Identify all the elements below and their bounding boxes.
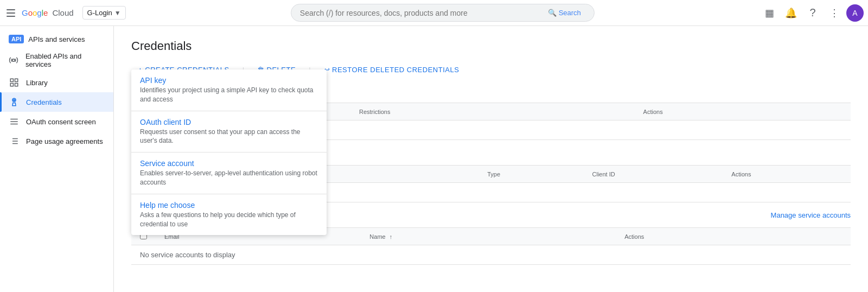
svg-point-0 bbox=[12, 59, 15, 62]
search-bar: 🔍 Search bbox=[291, 4, 595, 22]
sort-asc-icon: ↑ bbox=[390, 233, 393, 240]
sidebar: API APIs and services Enabled APIs and s… bbox=[0, 26, 114, 292]
oauth-client-id-header: Client ID bbox=[584, 166, 723, 183]
dropdown-item-service-account[interactable]: Service account Enables server-to-server… bbox=[131, 153, 327, 194]
dropdown-item-help-me-choose[interactable]: Help me choose Asks a few questions to h… bbox=[131, 194, 327, 236]
restore-credentials-button[interactable]: ↩ RESTORE DELETED CREDENTIALS bbox=[317, 62, 466, 77]
dropdown-item-api-key[interactable]: API key Identifies your project using a … bbox=[131, 69, 327, 111]
api-keys-actions-header: Actions bbox=[635, 103, 851, 120]
svg-rect-1 bbox=[10, 79, 13, 81]
service-account-title: Service account bbox=[140, 159, 318, 168]
restore-label: RESTORE DELETED CREDENTIALS bbox=[332, 66, 459, 74]
service-account-desc: Enables server-to-server, app-level auth… bbox=[140, 169, 318, 187]
page-title: Credentials bbox=[131, 39, 851, 53]
oauth-client-id-desc: Requests user consent so that your app c… bbox=[140, 128, 318, 146]
library-icon bbox=[9, 77, 20, 88]
topbar-right: ▦ 🔔 ? ⋮ A bbox=[760, 3, 864, 23]
svg-rect-3 bbox=[15, 84, 18, 86]
create-credentials-dropdown: API key Identifies your project using a … bbox=[131, 69, 327, 235]
sidebar-item-oauth-consent[interactable]: OAuth consent screen bbox=[0, 112, 113, 131]
more-options-icon-btn[interactable]: ⋮ bbox=[825, 3, 844, 23]
sa-name-header[interactable]: Name ↑ bbox=[361, 228, 616, 245]
sidebar-item-label: Page usage agreements bbox=[26, 137, 103, 145]
google-cloud-logo: Google Cloud bbox=[22, 8, 74, 17]
credentials-icon bbox=[9, 97, 20, 107]
svg-point-6 bbox=[14, 99, 15, 100]
sidebar-item-enabled-apis[interactable]: Enabled APIs and services bbox=[0, 48, 113, 73]
sidebar-item-label: Enabled APIs and services bbox=[25, 52, 105, 68]
sa-name-label: Name bbox=[369, 233, 385, 240]
oauth-type-header: Type bbox=[478, 166, 583, 183]
main-content: Credentials + CREATE CREDENTIALS | 🗑 DEL… bbox=[114, 26, 868, 292]
terminal-icon-btn[interactable]: ▦ bbox=[760, 3, 779, 23]
help-icon: ? bbox=[809, 7, 815, 19]
page-usage-icon bbox=[9, 136, 20, 147]
dropdown-arrow-icon: ▼ bbox=[114, 9, 121, 17]
search-button-label: Search bbox=[559, 9, 581, 17]
help-me-choose-desc: Asks a few questions to help you decide … bbox=[140, 211, 318, 229]
search-button[interactable]: 🔍 Search bbox=[544, 7, 585, 19]
topbar-left: Google Cloud G-Login ▼ bbox=[4, 6, 126, 20]
topbar: Google Cloud G-Login ▼ 🔍 Search ▦ 🔔 ? bbox=[0, 0, 868, 26]
manage-service-accounts-link[interactable]: Manage service accounts bbox=[771, 211, 851, 219]
api-badge: API bbox=[9, 35, 24, 43]
api-key-desc: Identifies your project using a simple A… bbox=[140, 86, 318, 104]
project-selector[interactable]: G-Login ▼ bbox=[82, 6, 126, 20]
google-logo-text: Google bbox=[22, 8, 48, 17]
notifications-icon-btn[interactable]: 🔔 bbox=[781, 3, 801, 23]
search-icon: 🔍 bbox=[548, 9, 557, 17]
sidebar-item-label: Library bbox=[26, 79, 48, 87]
sidebar-item-credentials[interactable]: Credentials bbox=[0, 92, 113, 112]
sidebar-item-page-usage[interactable]: Page usage agreements bbox=[0, 131, 113, 151]
sidebar-item-label: OAuth consent screen bbox=[26, 118, 96, 126]
project-name: G-Login bbox=[87, 9, 112, 17]
table-row: No service accounts to display bbox=[131, 245, 851, 265]
oauth-consent-icon bbox=[9, 116, 20, 127]
oauth-client-id-title: OAuth client ID bbox=[140, 118, 318, 126]
oauth-actions-header: Actions bbox=[723, 166, 851, 183]
sidebar-section-title: APIs and services bbox=[28, 35, 85, 43]
hamburger-menu-icon[interactable] bbox=[4, 7, 17, 20]
dropdown-item-oauth-client-id[interactable]: OAuth client ID Requests user consent so… bbox=[131, 111, 327, 153]
more-icon: ⋮ bbox=[829, 7, 839, 19]
app-layout: API APIs and services Enabled APIs and s… bbox=[0, 26, 868, 292]
sa-actions-header: Actions bbox=[616, 228, 851, 245]
cloud-text: Cloud bbox=[52, 8, 73, 17]
sa-empty-text: No service accounts to display bbox=[131, 245, 851, 265]
sidebar-api-header: API APIs and services bbox=[0, 30, 113, 48]
search-bar-container: 🔍 Search bbox=[130, 4, 755, 22]
enabled-apis-icon bbox=[9, 55, 19, 66]
api-keys-restrictions-header: Restrictions bbox=[350, 103, 635, 120]
api-key-title: API key bbox=[140, 76, 318, 85]
svg-rect-4 bbox=[10, 84, 13, 86]
bell-icon: 🔔 bbox=[785, 7, 797, 19]
sidebar-item-label: Credentials bbox=[26, 98, 62, 106]
terminal-icon: ▦ bbox=[765, 7, 774, 19]
sidebar-item-library[interactable]: Library bbox=[0, 73, 113, 92]
help-me-choose-title: Help me choose bbox=[140, 201, 318, 210]
svg-rect-2 bbox=[15, 79, 18, 81]
help-icon-btn[interactable]: ? bbox=[803, 3, 822, 23]
search-input[interactable] bbox=[300, 9, 544, 17]
service-accounts-table-body: No service accounts to display bbox=[131, 245, 851, 265]
user-avatar[interactable]: A bbox=[846, 4, 864, 22]
